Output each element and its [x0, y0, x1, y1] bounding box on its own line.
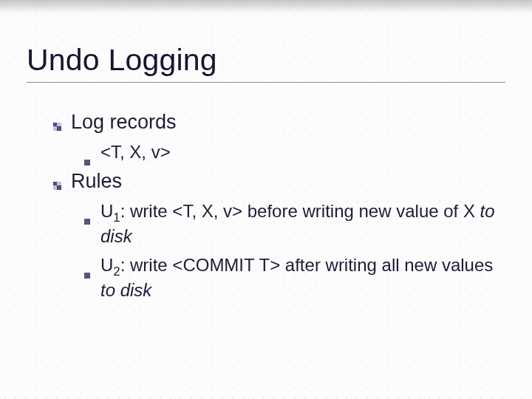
u-subscript: 1 — [113, 211, 120, 225]
subbullet-u2: U2: write <COMMIT T> after writing all n… — [84, 254, 505, 302]
u-subscript: 2 — [113, 265, 120, 279]
bullet-label: Rules — [71, 170, 122, 193]
subbullet-text: U2: write <COMMIT T> after writing all n… — [100, 254, 505, 302]
u-label: U — [100, 255, 113, 275]
u1-lead: : write <T, X, v> — [120, 201, 248, 221]
bullet-rules: Rules — [53, 170, 505, 193]
subbullet-text: U1: write <T, X, v> before writing new v… — [100, 200, 505, 248]
u1-emph: before — [248, 201, 298, 221]
bullet-label: Log records — [71, 111, 177, 134]
bullet-log-records: Log records — [53, 111, 505, 134]
slide-title: Undo Logging — [27, 43, 505, 78]
u1-tail: writing new value of X — [298, 201, 480, 221]
u2-tail: writing all new values — [321, 255, 493, 275]
diamond-bullet-icon — [53, 182, 62, 191]
slide: Undo Logging Log records <T, X, v> Rules… — [0, 0, 532, 399]
u-label: U — [100, 201, 113, 221]
diamond-bullet-icon — [53, 123, 62, 132]
title-rule — [27, 82, 505, 83]
u2-emph: after — [285, 255, 321, 275]
u2-ital: to disk — [100, 280, 151, 300]
subbullet-text: <T, X, v> — [100, 141, 171, 164]
square-bullet-icon — [84, 160, 90, 166]
u2-lead: : write <COMMIT T> — [120, 255, 285, 275]
square-bullet-icon — [84, 219, 90, 225]
subbullet-u1: U1: write <T, X, v> before writing new v… — [84, 200, 505, 248]
square-bullet-icon — [84, 273, 90, 279]
subbullet-txv: <T, X, v> — [84, 141, 505, 164]
